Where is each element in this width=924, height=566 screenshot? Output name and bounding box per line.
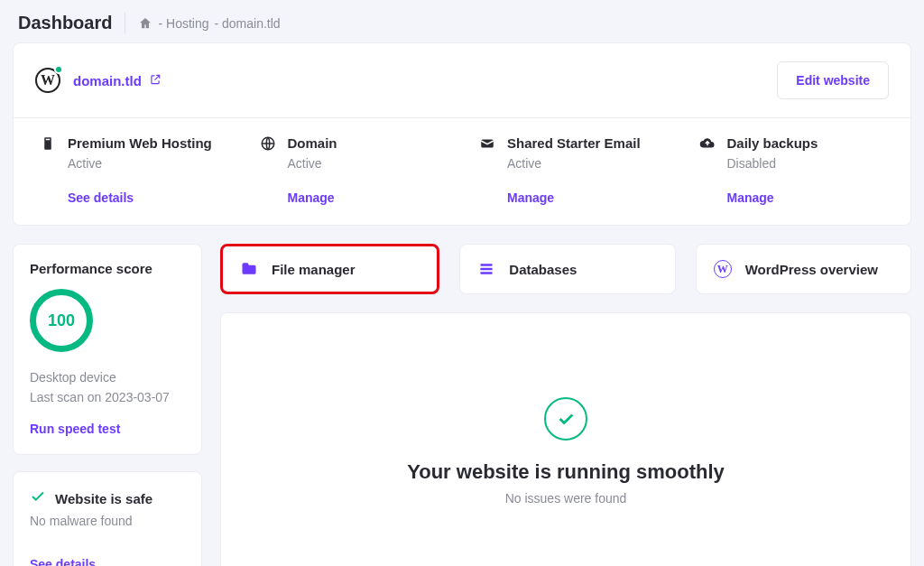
external-link-icon (149, 73, 162, 88)
svg-rect-6 (481, 272, 493, 274)
score-ring-icon: 100 (30, 289, 93, 352)
status-sub: No issues were found (505, 491, 627, 506)
service-title: Premium Web Hosting (68, 135, 212, 153)
cloud-upload-icon (698, 135, 716, 153)
see-details-link[interactable]: See details (68, 190, 226, 205)
wordpress-overview-tile[interactable]: W WordPress overview (696, 244, 911, 294)
databases-tile[interactable]: Databases (459, 244, 675, 294)
run-speed-test-link[interactable]: Run speed test (30, 422, 185, 436)
safety-title: Website is safe (55, 491, 152, 506)
server-icon (39, 135, 57, 153)
performance-title: Performance score (30, 261, 185, 276)
breadcrumb: - Hosting - domain.tld (138, 16, 280, 31)
score-value: 100 (48, 311, 75, 330)
device-label: Desktop device (30, 368, 185, 388)
last-scan-label: Last scan on 2023-03-07 (30, 388, 185, 408)
service-title: Shared Starter Email (507, 135, 641, 153)
file-manager-tile[interactable]: File manager (220, 244, 439, 294)
manage-link[interactable]: Manage (727, 190, 886, 205)
svg-rect-5 (481, 268, 493, 271)
breadcrumb-hosting[interactable]: - Hosting (158, 16, 208, 31)
service-domain: Domain Active Manage (243, 135, 463, 205)
tile-label: WordPress overview (745, 262, 878, 277)
manage-link[interactable]: Manage (507, 190, 666, 205)
service-backups: Daily backups Disabled Manage (682, 135, 902, 205)
status-panel: Your website is running smoothly No issu… (220, 312, 911, 566)
safety-card: Website is safe No malware found See det… (13, 471, 202, 566)
tile-label: File manager (272, 262, 356, 277)
svg-rect-4 (481, 264, 493, 266)
wordpress-logo-icon: W (35, 68, 60, 93)
globe-icon (259, 135, 277, 153)
tile-label: Databases (509, 262, 577, 277)
status-title: Your website is running smoothly (407, 460, 725, 484)
status-check-icon (544, 397, 587, 441)
site-card: W domain.tld Edit website Premium (13, 42, 911, 226)
service-status: Active (68, 156, 226, 171)
status-dot-icon (54, 65, 63, 74)
wordpress-icon: W (713, 259, 733, 279)
domain-text: domain.tld (73, 73, 142, 88)
service-status: Active (507, 156, 666, 171)
breadcrumb-domain: - domain.tld (215, 16, 281, 31)
safety-sub: No malware found (30, 514, 185, 528)
see-details-link[interactable]: See details (30, 557, 185, 566)
service-hosting: Premium Web Hosting Active See details (23, 135, 243, 205)
performance-card: Performance score 100 Desktop device Las… (13, 244, 202, 455)
svg-rect-1 (46, 139, 51, 141)
page-title: Dashboard (18, 13, 125, 33)
service-status: Active (288, 156, 447, 171)
service-title: Daily backups (727, 135, 818, 153)
domain-link[interactable]: domain.tld (73, 73, 162, 88)
service-email: Shared Starter Email Active Manage (462, 135, 682, 205)
mail-icon (478, 135, 496, 153)
folder-icon (239, 259, 259, 279)
edit-website-button[interactable]: Edit website (777, 61, 889, 99)
service-status: Disabled (727, 156, 886, 171)
manage-link[interactable]: Manage (288, 190, 447, 205)
service-title: Domain (288, 135, 337, 153)
header: Dashboard - Hosting - domain.tld (0, 0, 924, 42)
home-icon[interactable] (138, 16, 152, 31)
check-icon (30, 488, 46, 508)
database-icon (476, 259, 496, 279)
